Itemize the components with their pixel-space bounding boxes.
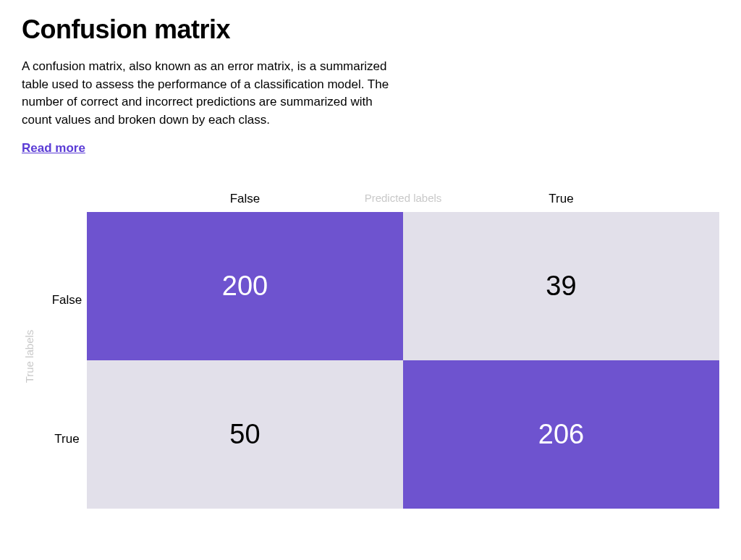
read-more-link[interactable]: Read more [22, 141, 85, 155]
row-label-true: True [47, 370, 87, 509]
cell-fn: 50 [87, 360, 403, 509]
cell-fp: 39 [403, 212, 719, 360]
y-axis-title: True labels [23, 329, 35, 383]
cell-tp: 206 [403, 360, 719, 509]
matrix-grid: 200 39 50 206 [87, 212, 719, 509]
row-label-false: False [47, 231, 87, 370]
header: Confusion matrix A confusion matrix, als… [22, 14, 719, 156]
row-labels: False True [47, 231, 87, 509]
confusion-matrix: Predicted labels False True True labels … [22, 192, 719, 509]
cell-tn: 200 [87, 212, 403, 360]
description-text: A confusion matrix, also known as an err… [22, 58, 398, 130]
x-axis-title: Predicted labels [87, 192, 719, 204]
page-title: Confusion matrix [22, 14, 719, 45]
